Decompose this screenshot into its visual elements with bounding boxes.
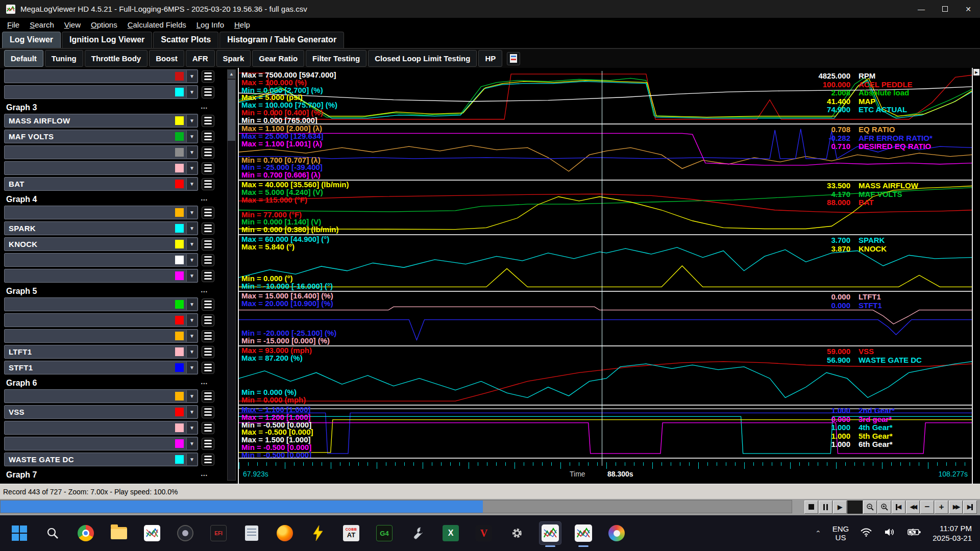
zoom-out-button[interactable] [863,500,877,514]
scrollbar-thumb[interactable] [228,80,235,141]
channel-select-knock[interactable]: KNOCK▼ [4,237,198,251]
restore-button[interactable] [933,0,957,18]
tab-histogram-table-generator[interactable]: Histogram / Table Generator [219,32,344,48]
battery-icon[interactable] [907,527,921,539]
language-indicator[interactable]: ENGUS [832,524,849,542]
taskbar-icon-tools-app[interactable] [406,521,429,545]
pause-button[interactable] [819,500,832,514]
channel-select-ltft1[interactable]: LTFT1▼ [4,345,198,359]
channel-select-stft1[interactable]: STFT1▼ [4,361,198,374]
new-view-button[interactable] [507,52,520,65]
channel-select-waste-gate-dc[interactable]: WASTE GATE DC▼ [4,453,198,466]
taskbar-icon-megalogviewer-active[interactable] [539,521,561,545]
channel-settings-button[interactable] [202,86,214,98]
taskbar-icon-studio-app[interactable] [174,521,197,545]
channel-select-vss[interactable]: VSS▼ [4,405,198,419]
chevron-down-icon[interactable]: ▼ [186,207,197,218]
channel-select-empty-0[interactable]: ▼ [4,69,198,83]
chevron-down-icon[interactable]: ▼ [186,254,197,266]
chevron-down-icon[interactable]: ▼ [186,330,197,342]
channel-select-mass-airflow[interactable]: MASS AIRFLOW▼ [4,114,198,128]
taskbar-icon-firefox[interactable] [274,521,296,545]
subtab-default[interactable]: Default [4,50,43,67]
channel-select-empty-6[interactable]: ▼ [4,161,198,175]
taskbar-icon-efi-app[interactable]: EFI [207,521,230,545]
subtab-hp[interactable]: HP [478,50,502,67]
channel-select-empty-13[interactable]: ▼ [4,269,198,283]
channel-settings-button[interactable] [202,115,214,127]
zoom-in-button[interactable] [877,500,891,514]
fast-forward-button[interactable]: ▶▶ [949,500,963,514]
tab-log-viewer[interactable]: Log Viewer [2,32,61,48]
chevron-down-icon[interactable]: ▼ [186,162,197,174]
chevron-down-icon[interactable]: ▼ [186,270,197,282]
channel-select-empty-17[interactable]: ▼ [4,329,198,343]
menu-search[interactable]: Search [24,19,59,31]
more-options-icon[interactable]: ⋯ [201,471,208,479]
stop-button[interactable] [804,500,818,514]
channel-settings-button[interactable] [202,146,214,159]
channel-settings-button[interactable] [202,422,214,434]
channel-settings-button[interactable] [202,178,214,190]
channel-settings-button[interactable] [202,454,214,466]
graph-panel-2[interactable]: Max = 1.100 [2.000] (λ)Max = 25.000 [129… [239,124,972,181]
subtab-closed-loop-limit-testing[interactable]: Closed Loop Limit Testing [368,50,477,67]
chevron-down-icon[interactable]: ▼ [186,390,197,402]
time-cursor[interactable] [602,71,602,466]
plus-button[interactable]: + [935,500,948,514]
log-graph-area[interactable]: Max = 7500.000 [5947.000]Max = 100.000 (… [238,68,973,484]
taskbar-icon-flash-app[interactable] [307,521,329,545]
channel-settings-button[interactable] [202,207,214,219]
chevron-down-icon[interactable]: ▼ [186,362,197,373]
more-options-icon[interactable]: ⋯ [201,287,208,295]
channel-settings-button[interactable] [202,330,214,342]
chevron-down-icon[interactable]: ▼ [186,454,197,465]
chevron-down-icon[interactable]: ▼ [186,70,197,82]
close-button[interactable]: ✕ [957,0,980,18]
chevron-down-icon[interactable]: ▼ [186,222,197,234]
taskbar-icon-search[interactable] [41,521,64,545]
tray-expand-icon[interactable]: ⌃ [815,529,821,537]
channel-settings-button[interactable] [202,438,214,450]
scroll-right-icon[interactable]: ▶ [973,69,979,76]
channel-settings-button[interactable] [202,390,214,403]
clock[interactable]: 11:07 PM2025-03-21 [933,523,972,543]
chevron-down-icon[interactable]: ▼ [186,314,197,326]
channel-settings-button[interactable] [202,314,214,327]
taskbar-icon-excel[interactable]: X [439,521,462,545]
minimize-button[interactable]: — [910,0,933,18]
channel-select-empty-24[interactable]: ▼ [4,437,198,450]
taskbar-icon-paint-app[interactable] [605,521,628,545]
more-options-icon[interactable]: ⋯ [201,104,208,112]
subtab-spark[interactable]: Spark [216,50,251,67]
wifi-icon[interactable] [860,527,872,539]
channel-settings-button[interactable] [202,346,214,358]
channel-select-empty-16[interactable]: ▼ [4,313,198,327]
playback-progress-track[interactable] [0,500,792,513]
channel-select-spark[interactable]: SPARK▼ [4,221,198,235]
channel-settings-button[interactable] [202,270,214,282]
channel-settings-button[interactable] [202,362,214,374]
chevron-down-icon[interactable]: ▼ [186,406,197,418]
chevron-down-icon[interactable]: ▼ [186,438,197,449]
chevron-down-icon[interactable]: ▼ [186,422,197,434]
menu-help[interactable]: Help [229,19,255,31]
taskbar-icon-settings[interactable] [506,521,528,545]
channel-select-empty-23[interactable]: ▼ [4,421,198,435]
channel-select-maf-volts[interactable]: MAF VOLTS▼ [4,130,198,143]
menu-file[interactable]: File [2,19,24,31]
rewind-button[interactable]: ◀◀ [906,500,920,514]
channel-select-empty-12[interactable]: ▼ [4,253,198,267]
graph-panel-5[interactable]: Max = 15.000 [16.400] (%)Max = 20.000 [1… [239,292,972,346]
graph-panel-6[interactable]: Max = 93.000 (mph)Max = 87.200 (%)Min = … [239,346,972,406]
chevron-down-icon[interactable]: ▼ [186,86,197,98]
taskbar-icon-browser[interactable] [75,521,97,545]
subtab-throttle-body[interactable]: Throttle Body [85,50,148,67]
skip-start-button[interactable]: ◀ [892,500,905,514]
graph-panel-1[interactable]: Max = 7500.000 [5947.000]Max = 100.000 (… [239,71,972,124]
graph-panel-3[interactable]: Max = 40.000 [35.560] (lb/min)Max = 5.00… [239,181,972,235]
channel-select-empty-5[interactable]: ▼ [4,145,198,159]
subtab-boost[interactable]: Boost [149,50,184,67]
chevron-down-icon[interactable]: ▼ [186,238,197,250]
tab-scatter-plots[interactable]: Scatter Plots [153,32,218,48]
